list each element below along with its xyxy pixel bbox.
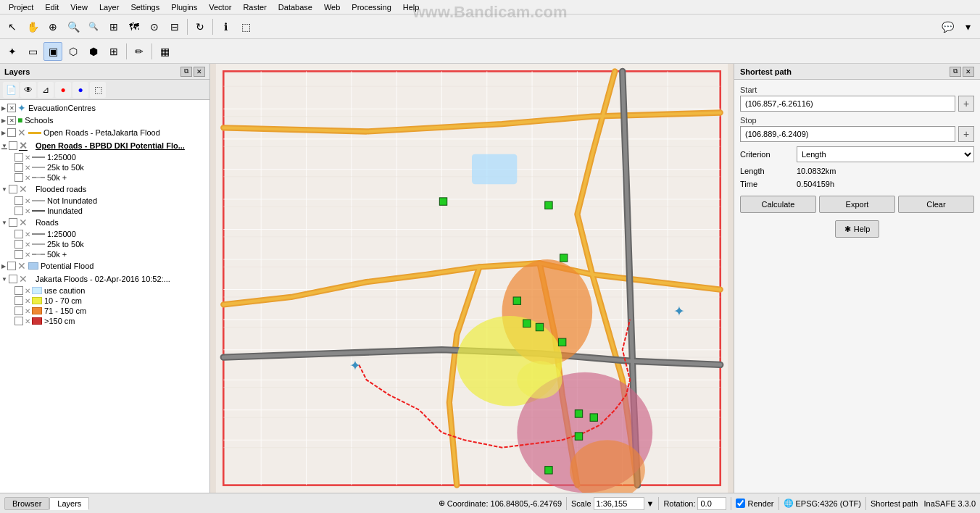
- layer-style3-btn[interactable]: ⬚: [90, 82, 106, 98]
- layer-jakarta-floods[interactable]: ▼ ✕ Jakarta Floods - 02-Apr-2016 10:52:.…: [0, 272, 209, 285]
- calculate-button[interactable]: Calculate: [740, 196, 816, 213]
- menu-web[interactable]: Web: [318, 1, 346, 13]
- rect-btn[interactable]: ▭: [23, 42, 42, 61]
- layer-71-150cm[interactable]: ✕ 71 - 150 cm: [0, 306, 209, 316]
- select-btn[interactable]: ▣: [43, 42, 62, 61]
- zoom-actual-btn[interactable]: ⊟: [165, 17, 184, 36]
- menu-database[interactable]: Database: [273, 1, 318, 13]
- cb-25k[interactable]: [14, 153, 23, 162]
- browser-tab[interactable]: Browser: [4, 497, 49, 510]
- remove-layer-btn[interactable]: 👁: [20, 82, 36, 98]
- menu-layer[interactable]: Layer: [94, 1, 125, 13]
- help-button[interactable]: ✱ Help: [835, 220, 880, 238]
- cb-schools[interactable]: [7, 116, 16, 125]
- deselect-btn[interactable]: ⬡: [64, 42, 83, 61]
- sp-close-btn[interactable]: ✕: [963, 67, 974, 77]
- zoom-full-btn[interactable]: ⊕: [43, 17, 62, 36]
- layer-10-70cm[interactable]: ✕ 10 - 70 cm: [0, 296, 209, 306]
- criterion-select[interactable]: Length: [797, 146, 974, 162]
- menu-plugins[interactable]: Plugins: [165, 1, 203, 13]
- layer-inundated[interactable]: ✕ Inundated: [0, 206, 209, 216]
- layer-not-inundated[interactable]: ✕ Not Inundated: [0, 196, 209, 206]
- expand-flooded[interactable]: ▼: [1, 186, 7, 193]
- layer-open-roads-peta[interactable]: ▶ ✕ Open Roads - PetaJakarta Flood: [0, 126, 209, 139]
- menu-processing[interactable]: Processing: [346, 1, 396, 13]
- layer-style2-btn[interactable]: ●: [72, 82, 88, 98]
- menu-edit[interactable]: Edit: [39, 1, 65, 13]
- expand-roads[interactable]: ▼: [1, 220, 7, 226]
- sp-float-btn[interactable]: ⧉: [950, 67, 961, 77]
- layer-open-roads-bpbd[interactable]: ▼ ✕ Open Roads - BPBD DKI Potential Flo.…: [0, 139, 209, 152]
- cb-150+[interactable]: [14, 317, 23, 325]
- layer-scale-50k[interactable]: ✕ 50k +: [0, 172, 209, 183]
- cb-50k[interactable]: [14, 173, 23, 182]
- cb-25-50k[interactable]: [14, 163, 23, 172]
- zoom-in-btn[interactable]: 🔍: [64, 17, 83, 36]
- layers-close-btn[interactable]: ✕: [194, 67, 205, 77]
- draw-btn[interactable]: ✏: [130, 42, 149, 61]
- message-expand-btn[interactable]: ▾: [958, 17, 977, 36]
- stop-add-btn[interactable]: +: [958, 126, 974, 142]
- identify-btn[interactable]: ℹ: [216, 17, 235, 36]
- clear-button[interactable]: Clear: [898, 196, 974, 213]
- plugin1-btn[interactable]: ▦: [155, 42, 174, 61]
- cb-roads-25-50k[interactable]: [14, 240, 23, 249]
- cb-not-inundated[interactable]: [14, 196, 23, 205]
- pan-tool-btn[interactable]: ⊙: [145, 17, 164, 36]
- zoom-select-btn[interactable]: ⊞: [104, 17, 123, 36]
- layer-flooded-roads[interactable]: ▼ ✕ Flooded roads: [0, 183, 209, 196]
- expand-bpbd[interactable]: ▼: [1, 143, 7, 149]
- layer-scale-25-50k[interactable]: ✕ 25k to 50k: [0, 162, 209, 172]
- layer-style-btn[interactable]: ●: [55, 82, 71, 98]
- menu-settings[interactable]: Settings: [125, 1, 165, 13]
- layer-150cm+[interactable]: ✕ >150 cm: [0, 316, 209, 326]
- expand-potential[interactable]: ▶: [1, 263, 6, 270]
- layer-evac[interactable]: ▶ ✦ EvacuationCentres: [0, 101, 209, 114]
- layer-roads-50k[interactable]: ✕ 50k +: [0, 249, 209, 259]
- cb-evac[interactable]: [7, 104, 16, 112]
- menu-help[interactable]: Help: [397, 1, 425, 13]
- zoom-layer-btn[interactable]: 🗺: [125, 17, 144, 36]
- deselect2-btn[interactable]: ⬢: [84, 42, 103, 61]
- zoom-out-btn[interactable]: 🔍: [84, 17, 103, 36]
- menu-project[interactable]: Project: [3, 1, 39, 13]
- cb-jakarta[interactable]: [9, 275, 17, 283]
- layer-potential-flood[interactable]: ▶ ✕ Potential Flood: [0, 259, 209, 272]
- refresh-btn[interactable]: ↻: [191, 17, 209, 36]
- select-feature-btn[interactable]: ⬚: [236, 17, 255, 36]
- menu-vector[interactable]: Vector: [203, 1, 237, 13]
- cb-open-roads-peta[interactable]: [7, 128, 16, 137]
- cb-71-150[interactable]: [14, 306, 23, 315]
- layers-tab[interactable]: Layers: [49, 497, 89, 510]
- cb-use-caution[interactable]: [14, 286, 23, 295]
- export-button[interactable]: Export: [819, 196, 895, 213]
- expand-jakarta[interactable]: ▼: [1, 276, 7, 283]
- add-layer-btn[interactable]: 📄: [3, 82, 19, 98]
- start-add-btn[interactable]: +: [958, 96, 974, 112]
- cb-potential[interactable]: [7, 262, 16, 270]
- layer-roads[interactable]: ▼ ✕ Roads: [0, 216, 209, 229]
- message-btn[interactable]: 💬: [938, 17, 957, 36]
- expand-schools[interactable]: ▶: [1, 117, 6, 124]
- cb-flooded[interactable]: [9, 185, 17, 193]
- expand-open-roads-peta[interactable]: ▶: [1, 130, 6, 136]
- cb-roads-50k[interactable]: [14, 250, 23, 259]
- scale-down-btn[interactable]: ▼: [647, 499, 655, 508]
- stop-input[interactable]: [740, 126, 955, 142]
- cb-inundated[interactable]: [14, 207, 23, 215]
- cb-bpbd[interactable]: [9, 141, 17, 150]
- digitize-btn[interactable]: ✦: [3, 42, 22, 61]
- rotation-input[interactable]: [697, 497, 726, 510]
- layer-roads-25-50k[interactable]: ✕ 25k to 50k: [0, 239, 209, 249]
- map-area[interactable]: ✦ ✦: [210, 64, 734, 493]
- layer-roads-25k[interactable]: ✕ 1:25000: [0, 229, 209, 239]
- filter-btn[interactable]: ⊿: [38, 82, 54, 98]
- touch-zoom-btn[interactable]: ✋: [23, 17, 42, 36]
- scale-input[interactable]: [594, 497, 644, 510]
- layer-use-caution[interactable]: ✕ use caution: [0, 285, 209, 296]
- pan-map-btn[interactable]: ↖: [3, 17, 22, 36]
- menu-raster[interactable]: Raster: [237, 1, 272, 13]
- layer-scale-25k[interactable]: ✕ 1:25000: [0, 152, 209, 162]
- expand-evac[interactable]: ▶: [1, 105, 6, 112]
- start-input[interactable]: [740, 96, 955, 112]
